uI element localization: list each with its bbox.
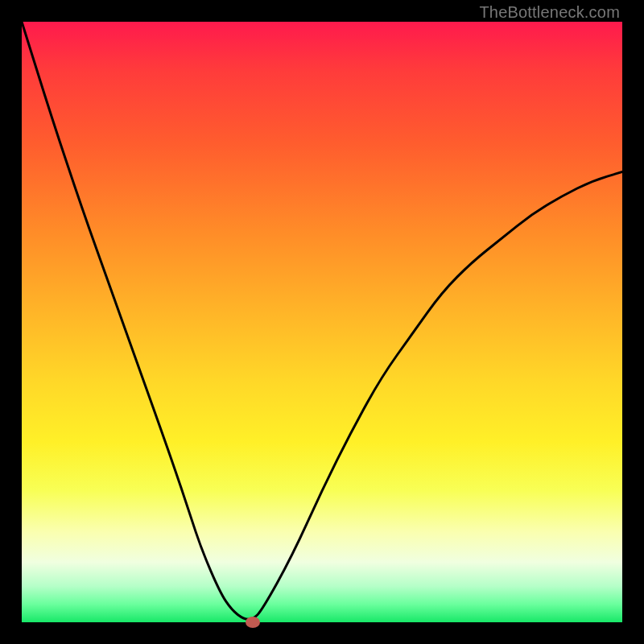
- watermark-text: TheBottleneck.com: [479, 3, 620, 22]
- optimal-marker: [246, 617, 260, 628]
- chart-area: [22, 22, 622, 622]
- bottleneck-curve: [22, 22, 622, 622]
